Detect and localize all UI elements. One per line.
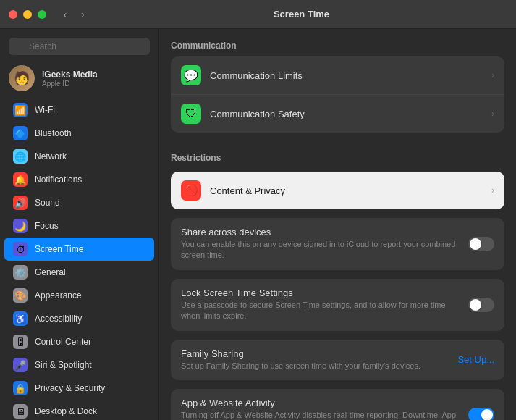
restrictions-header: Restrictions xyxy=(171,141,504,169)
sidebar-label-desktop: Desktop & Dock xyxy=(35,406,97,416)
share-devices-toggle[interactable] xyxy=(468,237,494,251)
content-privacy-wrapper: 🚫 Content & Privacy › xyxy=(171,172,504,209)
sidebar-item-control-center[interactable]: 🎛 Control Center xyxy=(4,330,154,353)
sidebar-label-notifications: Notifications xyxy=(35,175,82,185)
nav-buttons: ‹ › xyxy=(58,7,90,22)
maximize-button[interactable] xyxy=(38,10,46,19)
user-profile[interactable]: 🧑 iGeeks Media Apple ID xyxy=(0,61,158,96)
content-privacy-text: Content & Privacy xyxy=(210,185,483,196)
communication-safety-title: Communication Safety xyxy=(210,109,483,119)
share-devices-title: Share across devices xyxy=(181,227,460,238)
appearance-icon: 🎨 xyxy=(13,288,28,303)
family-sharing-row[interactable]: Family Sharing Set up Family Sharing to … xyxy=(171,340,504,380)
sidebar-label-appearance: Appearance xyxy=(35,290,82,301)
app-activity-subtitle: Turning off App & Website Activity disab… xyxy=(181,410,460,420)
lock-settings-toggle[interactable] xyxy=(468,298,494,312)
minimize-button[interactable] xyxy=(23,10,32,19)
sidebar-label-network: Network xyxy=(35,151,67,161)
sidebar-item-wifi[interactable]: 📶 Wi-Fi xyxy=(4,98,154,122)
communication-limits-icon: 💬 xyxy=(181,65,201,85)
sidebar-item-siri-spotlight[interactable]: 🎤 Siri & Spotlight xyxy=(4,353,154,377)
family-sharing-subtitle: Set up Family Sharing to use screen time… xyxy=(181,361,449,371)
family-sharing-title: Family Sharing xyxy=(181,348,449,359)
desktop-icon: 🖥 xyxy=(13,404,28,419)
sidebar-label-sound: Sound xyxy=(35,198,60,208)
general-icon: ⚙️ xyxy=(13,265,28,280)
titlebar: ‹ › Screen Time xyxy=(0,0,516,29)
search-wrapper: 🔍 xyxy=(9,38,150,55)
lock-settings-subtitle: Use a passcode to secure Screen Time set… xyxy=(181,300,460,322)
user-name: iGeeks Media xyxy=(42,70,98,80)
control-center-icon: 🎛 xyxy=(13,335,28,349)
sidebar-label-accessibility: Accessibility xyxy=(35,314,82,324)
sidebar-item-general[interactable]: ⚙️ General xyxy=(4,261,154,284)
avatar: 🧑 xyxy=(9,65,35,91)
close-button[interactable] xyxy=(9,10,17,19)
app-activity-toggle[interactable] xyxy=(468,408,494,420)
siri-icon: 🎤 xyxy=(13,358,28,372)
sidebar-item-notifications[interactable]: 🔔 Notifications xyxy=(4,168,154,191)
lock-settings-text: Lock Screen Time Settings Use a passcode… xyxy=(181,287,460,322)
screen-time-icon: ⏱ xyxy=(13,242,28,256)
communication-safety-icon: 🛡 xyxy=(181,104,201,124)
communication-safety-row[interactable]: 🛡 Communication Safety › xyxy=(171,95,504,133)
user-info: iGeeks Media Apple ID xyxy=(42,70,98,88)
focus-icon: 🌙 xyxy=(13,219,28,233)
sidebar-label-screen-time: Screen Time xyxy=(35,244,83,254)
content-area: Communication 💬 Communication Limits › 🛡… xyxy=(159,29,516,420)
communication-safety-text: Communication Safety xyxy=(210,109,483,119)
network-icon: 🌐 xyxy=(13,149,28,164)
forward-button[interactable]: › xyxy=(75,7,90,22)
lock-settings-toggle-knob xyxy=(470,299,481,311)
lock-settings-title: Lock Screen Time Settings xyxy=(181,287,460,298)
share-devices-toggle-knob xyxy=(470,238,481,250)
accessibility-icon: ♿ xyxy=(13,311,28,326)
avatar-image: 🧑 xyxy=(9,65,35,91)
sidebar-item-screen-time[interactable]: ⏱ Screen Time xyxy=(4,238,154,261)
sidebar-label-siri: Siri & Spotlight xyxy=(35,360,92,370)
share-devices-text: Share across devices You can enable this… xyxy=(181,227,460,261)
user-subtitle: Apple ID xyxy=(42,80,98,88)
lock-settings-group: Lock Screen Time Settings Use a passcode… xyxy=(171,279,504,331)
app-activity-toggle-knob xyxy=(481,409,493,420)
search-input[interactable] xyxy=(9,38,150,55)
sidebar-label-bluetooth: Bluetooth xyxy=(35,128,72,138)
communication-header: Communication xyxy=(171,29,504,56)
notifications-icon: 🔔 xyxy=(13,172,28,187)
sidebar-label-control-center: Control Center xyxy=(35,337,91,347)
sidebar-item-accessibility[interactable]: ♿ Accessibility xyxy=(4,307,154,330)
family-sharing-text: Family Sharing Set up Family Sharing to … xyxy=(181,348,449,371)
communication-safety-chevron: › xyxy=(491,109,494,119)
sidebar-label-general: General xyxy=(35,267,66,277)
communication-limits-row[interactable]: 💬 Communication Limits › xyxy=(171,56,504,95)
sidebar-item-network[interactable]: 🌐 Network xyxy=(4,145,154,168)
content-privacy-row[interactable]: 🚫 Content & Privacy › xyxy=(171,172,504,209)
wifi-icon: 📶 xyxy=(13,103,28,117)
share-devices-row[interactable]: Share across devices You can enable this… xyxy=(171,218,504,270)
app-activity-text: App & Website Activity Turning off App &… xyxy=(181,398,460,420)
sidebar-item-appearance[interactable]: 🎨 Appearance xyxy=(4,284,154,307)
window-title: Screen Time xyxy=(96,9,507,20)
lock-settings-row[interactable]: Lock Screen Time Settings Use a passcode… xyxy=(171,279,504,331)
sidebar-label-focus: Focus xyxy=(35,221,59,231)
app-activity-title: App & Website Activity xyxy=(181,398,460,408)
sidebar-label-privacy: Privacy & Security xyxy=(35,383,105,393)
content-privacy-title: Content & Privacy xyxy=(210,185,483,196)
sidebar-item-desktop-dock[interactable]: 🖥 Desktop & Dock xyxy=(4,400,154,420)
sidebar-item-privacy-security[interactable]: 🔒 Privacy & Security xyxy=(4,377,154,400)
content-privacy-icon: 🚫 xyxy=(181,180,201,201)
back-button[interactable]: ‹ xyxy=(58,7,72,22)
sidebar: 🔍 🧑 iGeeks Media Apple ID 📶 Wi-Fi 🔷 Blue… xyxy=(0,29,159,420)
family-sharing-setup-button[interactable]: Set Up... xyxy=(457,354,494,365)
sidebar-item-focus[interactable]: 🌙 Focus xyxy=(4,214,154,238)
sound-icon: 🔊 xyxy=(13,196,28,210)
content-inner: Communication 💬 Communication Limits › 🛡… xyxy=(159,29,516,420)
app-activity-row[interactable]: App & Website Activity Turning off App &… xyxy=(171,389,504,420)
share-devices-group: Share across devices You can enable this… xyxy=(171,218,504,270)
sidebar-item-bluetooth[interactable]: 🔷 Bluetooth xyxy=(4,122,154,145)
main-layout: 🔍 🧑 iGeeks Media Apple ID 📶 Wi-Fi 🔷 Blue… xyxy=(0,29,516,420)
sidebar-label-wifi: Wi-Fi xyxy=(35,105,55,115)
content-privacy-chevron: › xyxy=(491,185,494,196)
communication-group: 💬 Communication Limits › 🛡 Communication… xyxy=(171,56,504,133)
sidebar-item-sound[interactable]: 🔊 Sound xyxy=(4,191,154,214)
